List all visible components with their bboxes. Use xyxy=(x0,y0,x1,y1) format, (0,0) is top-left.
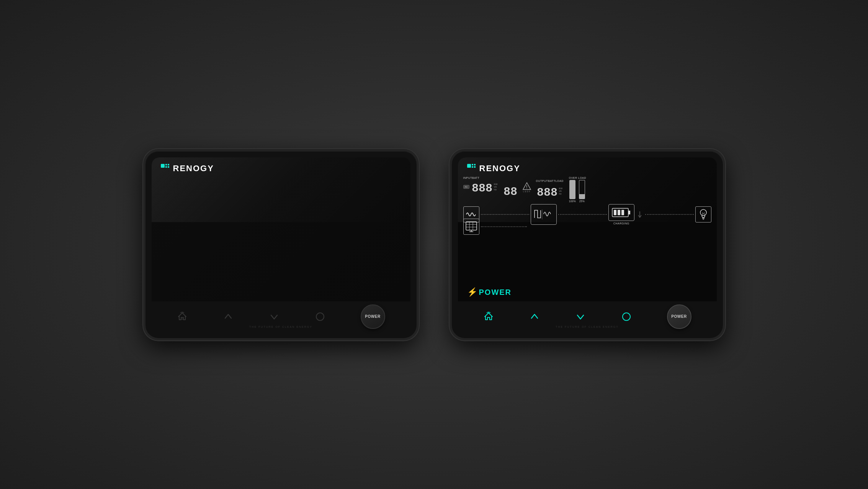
logo-text-off: RENOGY xyxy=(173,164,214,173)
ac-badge: AC xyxy=(463,185,469,189)
svg-rect-18 xyxy=(614,210,616,215)
display-content: INPUTBATT AC 888 xyxy=(458,157,717,301)
flow-line-1 xyxy=(481,214,530,215)
solar-icon xyxy=(463,219,479,235)
svg-rect-20 xyxy=(621,210,624,215)
inverter-svg xyxy=(534,207,554,222)
percent-25: 25% xyxy=(579,200,585,203)
svg-rect-4 xyxy=(168,166,169,168)
svg-rect-7 xyxy=(472,164,473,165)
overload-section: OVER LOAD 100% xyxy=(569,177,586,203)
warning-section: ! L E D F xyxy=(522,182,531,193)
svg-rect-17 xyxy=(628,211,630,214)
flow-line-3 xyxy=(645,214,694,215)
battery-section: CHARGING xyxy=(608,204,634,225)
up-button-on[interactable] xyxy=(529,311,540,322)
svg-rect-24 xyxy=(466,222,477,230)
power-button-label-on: POWER xyxy=(671,314,687,319)
svg-point-31 xyxy=(623,313,630,321)
bar-25 xyxy=(579,180,585,199)
tagline-on: THE FUTURE OF CLEAN ENERGY xyxy=(556,325,619,328)
renogy-logo-icon-on xyxy=(467,164,476,173)
power-section: ⚡ POWER xyxy=(467,288,512,297)
svg-rect-6 xyxy=(467,164,471,168)
screen-off: RENOGY xyxy=(152,157,410,301)
up-button-off[interactable] xyxy=(223,311,234,322)
svg-rect-10 xyxy=(474,166,476,168)
battery-svg xyxy=(611,207,631,218)
flow-arrow xyxy=(638,211,642,218)
home-button-on[interactable] xyxy=(483,311,494,322)
power-button-on[interactable]: POWER xyxy=(667,304,691,329)
svg-rect-2 xyxy=(168,164,169,165)
output-section: OUTPUTBATTLOAD 888 KW VA Hz xyxy=(536,177,564,198)
overload-label: OVER LOAD xyxy=(569,177,586,179)
svg-rect-8 xyxy=(474,164,476,165)
power-label: ⚡ POWER xyxy=(467,288,512,297)
svg-text:888: 888 xyxy=(472,182,492,194)
svg-point-21 xyxy=(700,209,706,216)
solar-panel-svg xyxy=(466,221,477,232)
power-button-off[interactable]: POWER xyxy=(361,304,385,329)
logo-area-off: RENOGY xyxy=(161,164,214,173)
solar-flow-line xyxy=(481,226,527,227)
input-digits: 888 xyxy=(471,180,492,194)
renogy-logo-icon-off xyxy=(161,164,170,173)
tagline-off: THE FUTURE OF CLEAN ENERGY xyxy=(249,325,312,328)
svg-text:88: 88 xyxy=(503,185,517,197)
percent-100: 100% xyxy=(569,200,576,203)
screen-on: RENOGY INPUTBATT AC xyxy=(458,157,717,301)
flow-vertical xyxy=(638,211,642,218)
menu-button-off[interactable] xyxy=(315,311,325,322)
svg-point-5 xyxy=(316,313,324,321)
bar-100 xyxy=(569,180,575,199)
svg-rect-0 xyxy=(161,164,165,168)
inverter-icon xyxy=(531,204,557,225)
power-bolt-icon: ⚡ xyxy=(467,288,477,296)
middle-digits: 88 xyxy=(503,183,518,197)
battery-icon xyxy=(608,204,634,221)
input-label: INPUTBATT xyxy=(463,177,480,179)
device-off: RENOGY xyxy=(143,149,419,340)
sine-wave-icon xyxy=(466,210,477,219)
bulb-svg xyxy=(698,208,708,221)
load-icon xyxy=(695,206,711,222)
menu-button-on[interactable] xyxy=(621,311,632,322)
svg-rect-19 xyxy=(618,210,620,215)
svg-text:!: ! xyxy=(526,185,527,189)
devices-container: RENOGY xyxy=(143,149,725,340)
logo-text-on: RENOGY xyxy=(479,164,520,173)
warning-icon: ! xyxy=(522,182,531,190)
solar-row xyxy=(463,216,711,235)
svg-text:888: 888 xyxy=(537,186,557,198)
logo-area-on: RENOGY xyxy=(467,164,520,173)
input-section: INPUTBATT AC 888 xyxy=(463,177,498,194)
output-digits: 888 xyxy=(536,184,557,198)
down-button-off[interactable] xyxy=(269,311,280,322)
svg-rect-1 xyxy=(165,164,167,165)
charging-label: CHARGING xyxy=(613,222,629,225)
power-text: POWER xyxy=(479,288,512,297)
middle-digits-section: 88 xyxy=(503,183,518,197)
device-on: RENOGY INPUTBATT AC xyxy=(450,149,725,340)
down-button-on[interactable] xyxy=(575,311,586,322)
output-label: OUTPUTBATTLOAD xyxy=(536,180,564,182)
svg-rect-9 xyxy=(472,166,473,168)
power-button-label-off: POWER xyxy=(365,314,380,319)
home-button-off[interactable] xyxy=(177,311,188,322)
flow-line-2 xyxy=(558,214,607,215)
svg-rect-3 xyxy=(165,166,167,168)
